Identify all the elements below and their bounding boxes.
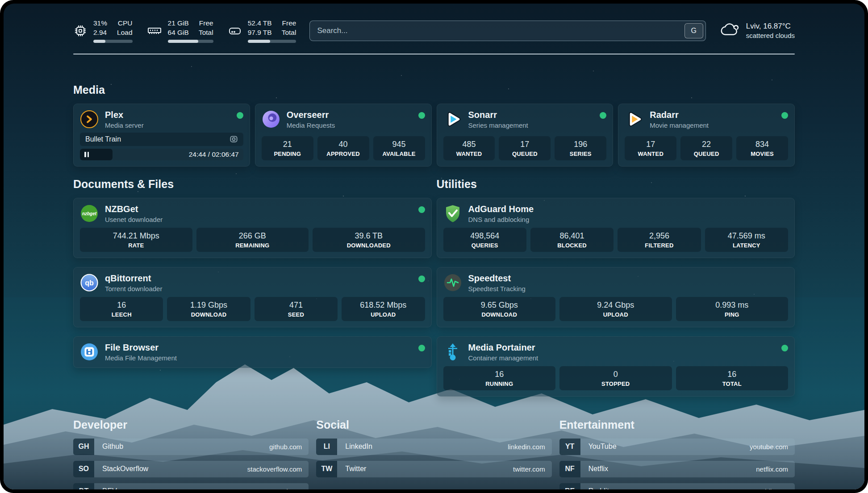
overseerr-icon bbox=[262, 110, 280, 129]
stat-box: 22 QUEUED bbox=[680, 136, 732, 160]
app-card-adguard[interactable]: AdGuard Home DNS and adblocking 498,564 … bbox=[437, 198, 795, 258]
bookmark-github[interactable]: GH Github github.com bbox=[73, 439, 309, 455]
stat-box: 47.569 ms LATENCY bbox=[705, 228, 788, 252]
bookmark-abbr: LI bbox=[316, 439, 337, 455]
search-engine-button[interactable]: G bbox=[684, 23, 703, 38]
bookmark-abbr: YT bbox=[559, 439, 580, 455]
bookmark-abbr: GH bbox=[73, 439, 94, 455]
app-name: Radarr bbox=[650, 110, 709, 120]
app-name: Overseerr bbox=[287, 110, 335, 120]
stat-box: 945 AVAILABLE bbox=[373, 136, 425, 160]
nzbget-icon: nzbget bbox=[80, 204, 99, 223]
section-entertainment: Entertainment YT YouTube youtube.com NF … bbox=[559, 418, 795, 489]
status-dot bbox=[600, 112, 606, 119]
mem-free-label: Free bbox=[199, 19, 213, 28]
section-utilities: Utilities bbox=[437, 177, 795, 397]
stat-box: 618.52 Mbps UPLOAD bbox=[342, 297, 425, 321]
stat-box: 9.24 Gbps UPLOAD bbox=[559, 297, 672, 321]
bookmark-reddit[interactable]: RE Reddit reddit.com bbox=[559, 483, 795, 489]
status-dot bbox=[237, 112, 243, 119]
disk-stat: 52.4 TB 97.9 TB Free Total bbox=[228, 19, 296, 43]
bookmark-name: DEV bbox=[102, 487, 117, 489]
app-card-portainer[interactable]: Media Portainer Container management 16 … bbox=[437, 336, 795, 397]
bookmark-twitter[interactable]: TW Twitter twitter.com bbox=[316, 461, 551, 477]
app-card-speedtest[interactable]: Speedtest Speedtest Tracking 9.65 Gbps D… bbox=[437, 267, 795, 327]
bookmark-url: linkedin.com bbox=[508, 443, 545, 451]
bookmark-netflix[interactable]: NF Netflix netflix.com bbox=[559, 461, 795, 477]
playback-progress: 24:44 / 02:06:47 bbox=[80, 149, 243, 160]
app-card-plex[interactable]: Plex Media server Bullet Train bbox=[73, 104, 250, 167]
documents-section-title: Documents & Files bbox=[73, 177, 432, 191]
cpu-progress-track bbox=[93, 40, 133, 43]
section-developer: Developer GH Github github.com SO StackO… bbox=[73, 418, 309, 489]
plex-icon bbox=[80, 110, 99, 129]
app-card-radarr[interactable]: Radarr Movie management 17 WANTED 2 bbox=[618, 104, 795, 167]
stat-box: 2,956 FILTERED bbox=[618, 228, 701, 252]
app-card-qbittorrent[interactable]: qb qBittorrent Torrent downloader bbox=[73, 267, 432, 327]
app-subtitle: Series management bbox=[468, 121, 528, 129]
bookmark-url: github.com bbox=[269, 443, 302, 451]
app-subtitle: DNS and adblocking bbox=[468, 216, 534, 223]
portainer-icon bbox=[443, 343, 462, 361]
weather-widget[interactable]: Lviv, 16.87°C scattered clouds bbox=[719, 21, 795, 40]
bookmark-name: Netflix bbox=[588, 465, 608, 473]
app-subtitle: Speedtest Tracking bbox=[468, 285, 526, 292]
cpu-percent: 31% bbox=[93, 19, 107, 28]
adguard-icon bbox=[443, 204, 462, 223]
app-name: File Browser bbox=[105, 343, 177, 353]
mem-free-value: 21 GiB bbox=[168, 19, 189, 28]
media-section-title: Media bbox=[73, 83, 795, 96]
utilities-section-title: Utilities bbox=[437, 177, 795, 191]
search-bar: G bbox=[309, 21, 705, 41]
status-dot bbox=[418, 276, 425, 282]
app-name: Media Portainer bbox=[468, 343, 538, 353]
section-documents: Documents & Files nzbget bbox=[73, 177, 432, 368]
bookmark-name: LinkedIn bbox=[345, 443, 372, 451]
bookmark-name: Reddit bbox=[588, 487, 609, 489]
header-divider bbox=[73, 54, 795, 54]
app-name: NZBGet bbox=[105, 204, 163, 214]
status-dot bbox=[781, 112, 788, 119]
stat-box: 16 RUNNING bbox=[443, 366, 556, 390]
bookmark-dev[interactable]: DT DEV dev.to bbox=[73, 483, 309, 489]
stat-box: 17 QUEUED bbox=[499, 136, 551, 160]
bookmark-stackoverflow[interactable]: SO StackOverflow stackoverflow.com bbox=[73, 461, 309, 477]
speedtest-icon bbox=[443, 273, 462, 292]
section-social: Social LI LinkedIn linkedin.com TW Twitt… bbox=[316, 418, 551, 489]
bookmark-name: Github bbox=[102, 443, 123, 451]
stat-box: 471 SEED bbox=[255, 297, 338, 321]
bookmark-url: reddit.com bbox=[757, 488, 788, 489]
stat-box: 86,401 BLOCKED bbox=[530, 228, 613, 252]
sonarr-icon bbox=[443, 110, 462, 129]
app-card-sonarr[interactable]: Sonarr Series management 485 WANTED bbox=[437, 104, 613, 167]
cpu-icon bbox=[73, 24, 88, 38]
bookmark-abbr: SO bbox=[73, 461, 94, 477]
bookmark-name: Twitter bbox=[345, 465, 366, 473]
bookmark-linkedin[interactable]: LI LinkedIn linkedin.com bbox=[316, 439, 551, 455]
filebrowser-icon bbox=[80, 343, 99, 361]
status-dot bbox=[418, 112, 425, 119]
pause-icon[interactable] bbox=[84, 152, 89, 157]
stat-box: 17 WANTED bbox=[625, 136, 676, 160]
bookmark-youtube[interactable]: YT YouTube youtube.com bbox=[559, 439, 795, 455]
app-subtitle: Media server bbox=[105, 121, 144, 129]
app-card-filebrowser[interactable]: File Browser Media File Management bbox=[73, 336, 432, 368]
bookmark-abbr: RE bbox=[559, 483, 580, 489]
disk-progress-fill bbox=[248, 40, 270, 43]
stat-box: 40 APPROVED bbox=[317, 136, 369, 160]
stat-box: 196 SERIES bbox=[555, 136, 606, 160]
cpu-label: CPU bbox=[117, 19, 132, 28]
stat-box: 0 STOPPED bbox=[559, 366, 672, 390]
ram-icon bbox=[147, 24, 162, 38]
dashboard-background: 31% 2.94 CPU Load bbox=[4, 4, 864, 489]
weather-location-temp: Lviv, 16.87°C bbox=[746, 22, 795, 31]
app-card-overseerr[interactable]: Overseerr Media Requests 21 PENDING bbox=[255, 104, 432, 167]
search-input[interactable] bbox=[309, 21, 705, 41]
app-card-nzbget[interactable]: nzbget NZBGet Usenet downloader bbox=[73, 198, 432, 258]
now-playing-row: Bullet Train bbox=[80, 133, 243, 146]
social-section-title: Social bbox=[316, 418, 551, 431]
stat-box: 498,564 QUERIES bbox=[443, 228, 526, 252]
system-stats: 31% 2.94 CPU Load bbox=[73, 19, 296, 43]
disk-free-value: 52.4 TB bbox=[248, 19, 272, 28]
mem-progress-fill bbox=[168, 40, 198, 43]
